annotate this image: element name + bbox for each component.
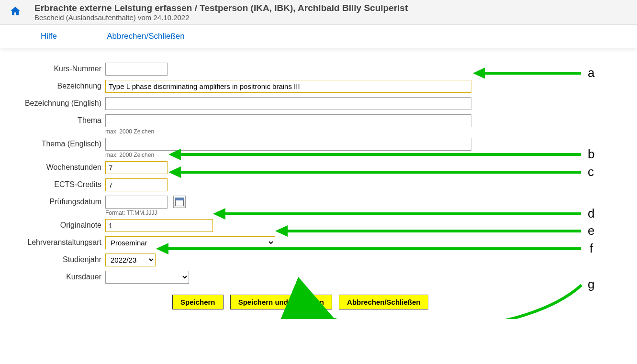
button-row: Speichern Speichern und Schließen Abbrec… (172, 295, 627, 309)
link-bar: Hilfe Abbrechen/Schließen (0, 25, 637, 48)
hint-thema-en: max. 2000 Zeichen (105, 152, 627, 158)
hint-thema: max. 2000 Zeichen (105, 128, 627, 135)
save-button[interactable]: Speichern (172, 295, 224, 309)
label-kursdauer: Kursdauer (10, 271, 105, 281)
label-kurs-nummer: Kurs-Nummer (10, 63, 105, 73)
hint-pruefungsdatum: Format: TT.MM.JJJJ (105, 210, 627, 216)
home-icon[interactable] (10, 6, 21, 19)
cancel-link[interactable]: Abbrechen/Schließen (107, 32, 185, 41)
page-subtitle: Bescheid (Auslandsaufenthalte) vom 24.10… (34, 13, 627, 22)
input-bezeichnung[interactable] (105, 80, 471, 93)
label-thema: Thema (10, 114, 105, 125)
cancel-button[interactable]: Abbrechen/Schließen (339, 295, 428, 309)
select-studienjahr[interactable]: 2022/23 (105, 254, 156, 266)
label-wochenstunden: Wochenstunden (10, 161, 105, 172)
calendar-icon[interactable] (173, 196, 186, 208)
input-bezeichnung-en[interactable] (105, 97, 471, 110)
help-link[interactable]: Hilfe (41, 32, 57, 41)
label-bezeichnung: Bezeichnung (10, 80, 105, 90)
input-originalnote[interactable] (105, 219, 213, 232)
input-wochenstunden[interactable] (105, 161, 168, 174)
label-thema-en: Thema (Englisch) (10, 138, 105, 148)
page-title: Erbrachte externe Leistung erfassen / Te… (34, 3, 627, 13)
input-thema-en[interactable] (105, 138, 471, 151)
form-area: Kurs-Nummer Bezeichnung Bezeichnung (Eng… (0, 48, 637, 319)
label-studienjahr: Studienjahr (10, 254, 105, 264)
label-originalnote: Originalnote (10, 219, 105, 230)
select-kursdauer[interactable] (105, 271, 189, 284)
input-thema[interactable] (105, 114, 471, 127)
input-kurs-nummer[interactable] (105, 63, 168, 76)
label-bezeichnung-en: Bezeichnung (English) (10, 97, 105, 108)
label-pruefungsdatum: Prüfungsdatum (10, 196, 105, 206)
input-ects[interactable] (105, 178, 168, 191)
save-close-button[interactable]: Speichern und Schließen (230, 295, 332, 309)
select-lv-art[interactable]: Proseminar (105, 236, 275, 249)
page-header: Erbrachte externe Leistung erfassen / Te… (0, 0, 637, 25)
input-pruefungsdatum[interactable] (105, 196, 168, 209)
label-lv-art: Lehrveranstaltungsart (10, 236, 105, 247)
label-ects: ECTS-Credits (10, 178, 105, 189)
